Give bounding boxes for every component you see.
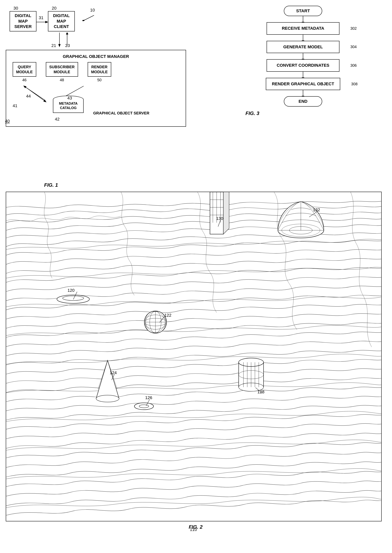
ref-30: 30 — [14, 6, 18, 11]
flow-generate-model: GENERATE MODEL — [266, 41, 339, 53]
ref-40: 40 — [5, 119, 10, 124]
arrow-2 — [303, 35, 303, 41]
fig1-caption: FIG. 1 — [44, 182, 217, 188]
fig1-diagram: 30 20 10 DIGITAL MAP SERVER DIGITAL MAP … — [6, 6, 217, 188]
arrows-21-23 — [52, 33, 79, 48]
object-124 — [96, 360, 119, 402]
ref-46: 46 — [22, 78, 27, 82]
fig3-diagram: START RECEIVE METADATA 302 GENERATE MODE… — [230, 6, 376, 116]
ref-122-label: 122 — [164, 313, 171, 318]
object-122 — [141, 308, 169, 336]
modules-row: QUERYMODULE 46 SUBSCRIBERMODULE 48 RENDE… — [13, 62, 181, 82]
gom-title: GRAPHICAL OBJECT MANAGER — [11, 54, 181, 59]
ref-304: 304 — [350, 45, 357, 49]
ref-306: 306 — [350, 63, 357, 68]
svg-line-1 — [84, 15, 94, 20]
fig3-caption: FIG. 3 — [245, 111, 376, 116]
svg-marker-17 — [96, 360, 119, 399]
fig2-diagram: 120 122 124 126 128 130 132 FIG. 2 110 — [6, 192, 385, 530]
object-128 — [238, 358, 264, 391]
ref-31: 31 — [39, 15, 43, 20]
ref-132-label: 132 — [313, 207, 320, 212]
ref-124-label: 124 — [110, 370, 117, 375]
ref-120-label: 120 — [68, 288, 75, 293]
ref-130-label: 130 — [216, 216, 223, 221]
svg-point-18 — [96, 395, 119, 402]
ref-20: 20 — [52, 6, 56, 11]
query-module-box: QUERYMODULE — [13, 62, 36, 77]
ref-41: 41 — [13, 103, 17, 108]
ref-50: 50 — [97, 78, 101, 82]
flow-convert-coordinates-wrap: CONVERT COORDINATES 306 — [266, 59, 339, 72]
flow-start: START — [284, 6, 322, 16]
ref-110-label: 110 — [190, 527, 197, 532]
flow-receive-metadata: RECEIVE METADATA — [266, 22, 339, 35]
ref-302: 302 — [350, 26, 357, 31]
flow-end-wrap: END — [284, 96, 322, 107]
svg-marker-36 — [224, 192, 229, 234]
render-module-box: RENDERMODULE — [88, 62, 111, 77]
ref-43: 43 — [67, 96, 72, 101]
ref-126-label: 126 — [145, 395, 152, 400]
flow-start-wrap: START — [284, 6, 322, 16]
digital-map-server-box: DIGITAL MAP SERVER — [10, 11, 36, 31]
ref-44: 44 — [26, 94, 31, 99]
svg-point-24 — [139, 405, 149, 408]
svg-point-8 — [63, 296, 84, 301]
object-130 — [210, 192, 229, 234]
digital-map-client-box: DIGITAL MAP CLIENT — [48, 11, 75, 31]
arrow-1 — [303, 16, 303, 22]
ref-128-label: 128 — [257, 389, 265, 394]
subscriber-module-box: SUBSCRIBERMODULE — [46, 62, 78, 77]
ref-308: 308 — [351, 82, 357, 86]
terrain-svg — [6, 192, 381, 521]
flow-render-wrap: RENDER GRAPHICAL OBJECT 308 — [266, 78, 340, 90]
ref10-arrow — [83, 12, 98, 21]
object-120 — [57, 295, 90, 304]
ref-48: 48 — [60, 78, 64, 82]
arrow-5 — [303, 90, 303, 96]
ref-42: 42 — [55, 117, 59, 122]
outer-box-gom: GRAPHICAL OBJECT MANAGER QUERYMODULE 46 … — [6, 50, 186, 127]
graphical-object-server-label: GRAPHICAL OBJECT SERVER — [93, 111, 149, 115]
flow-convert-coordinates: CONVERT COORDINATES — [266, 59, 339, 72]
flow-render-graphical-object: RENDER GRAPHICAL OBJECT — [266, 78, 340, 90]
arrow-4 — [303, 72, 303, 78]
fig2-border: 120 122 124 126 128 130 132 — [6, 192, 382, 521]
flow-receive-metadata-wrap: RECEIVE METADATA 302 — [266, 22, 339, 35]
flow-generate-model-wrap: GENERATE MODEL 304 — [266, 41, 339, 53]
flow-end: END — [284, 96, 322, 107]
object-126 — [134, 403, 154, 410]
arrow-3 — [303, 53, 303, 59]
